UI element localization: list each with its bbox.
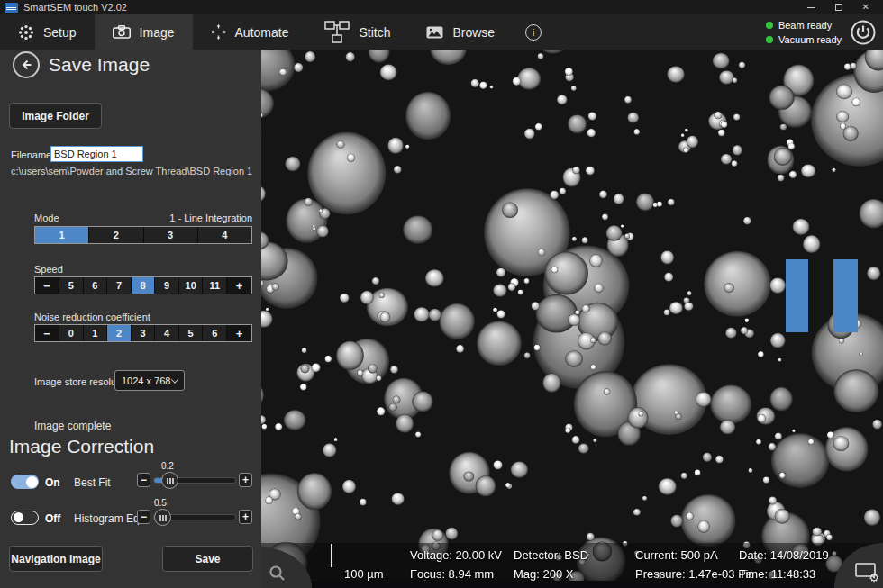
tab-image-label: Image bbox=[140, 25, 175, 40]
noise-increase-button[interactable]: + bbox=[227, 325, 251, 341]
histogram-eq-decrease-button[interactable]: − bbox=[137, 510, 150, 524]
best-fit-toggle[interactable] bbox=[11, 475, 39, 489]
power-button[interactable] bbox=[851, 20, 876, 45]
current-pressure-readout: Current: 500 pA Pressure: 1.47e-03 Pa bbox=[635, 546, 752, 583]
scale-bar-label: 100 µm bbox=[344, 567, 384, 581]
info-button[interactable]: i bbox=[513, 14, 554, 50]
camera-icon bbox=[113, 25, 131, 39]
main-navbar: Setup Image Automate bbox=[0, 14, 883, 50]
histogram-eq-toggle-state: Off bbox=[45, 512, 60, 525]
smartsem-window: SmartSEM touch V2.02 ✕ Setup bbox=[0, 0, 883, 588]
close-icon[interactable]: ✕ bbox=[862, 3, 869, 12]
zeiss-logo-icon bbox=[5, 3, 18, 13]
noise-option-6[interactable]: 6 bbox=[203, 325, 227, 341]
vacuum-ready-indicator bbox=[766, 36, 773, 43]
picture-icon bbox=[426, 26, 443, 39]
mode-option-3[interactable]: 3 bbox=[144, 227, 198, 243]
vacuum-ready-status: Vacuum ready bbox=[766, 34, 842, 45]
sem-image-viewport: 100 µm Voltage: 20.00 kV Focus: 8.94 mm … bbox=[261, 50, 883, 588]
selection-marker-1[interactable] bbox=[786, 259, 808, 332]
speed-label: Speed bbox=[34, 264, 63, 275]
info-icon: i bbox=[525, 24, 542, 41]
speed-option-10[interactable]: 10 bbox=[179, 277, 204, 294]
image-folder-button[interactable]: Image Folder bbox=[9, 103, 102, 129]
save-button[interactable]: Save bbox=[162, 546, 253, 572]
mode-selector: 1 2 3 4 bbox=[34, 226, 252, 244]
window-title: SmartSEM touch V2.02 bbox=[23, 2, 127, 13]
vacuum-ready-label: Vacuum ready bbox=[778, 34, 842, 45]
navigation-image-button[interactable]: Navigation image bbox=[9, 546, 103, 572]
histogram-eq-slider: 0.5 − + bbox=[137, 510, 252, 524]
noise-option-0[interactable]: 0 bbox=[59, 325, 84, 341]
resolution-value: 1024 x 768 bbox=[122, 375, 170, 386]
noise-option-2[interactable]: 2 bbox=[107, 325, 132, 341]
scale-bar-tick bbox=[331, 544, 332, 567]
chevron-down-icon bbox=[171, 375, 178, 383]
tab-stitch[interactable]: Stitch bbox=[306, 14, 408, 50]
mode-option-2[interactable]: 2 bbox=[89, 227, 143, 243]
histogram-eq-increase-button[interactable]: + bbox=[239, 510, 252, 524]
tab-automate[interactable]: Automate bbox=[193, 14, 307, 50]
gear-icon: ⚙ bbox=[869, 572, 879, 583]
back-arrow-icon bbox=[19, 58, 33, 72]
filename-input[interactable] bbox=[50, 146, 143, 162]
best-fit-slider-thumb[interactable] bbox=[161, 472, 178, 489]
histogram-eq-slider-track[interactable] bbox=[154, 515, 235, 520]
stitch-diagram-icon bbox=[324, 21, 350, 43]
speed-increase-button[interactable]: + bbox=[227, 277, 251, 294]
noise-decrease-button[interactable]: − bbox=[35, 325, 59, 341]
speed-option-9[interactable]: 9 bbox=[155, 277, 179, 294]
tab-browse[interactable]: Browse bbox=[408, 14, 513, 50]
tab-browse-label: Browse bbox=[452, 25, 495, 40]
mode-option-4[interactable]: 4 bbox=[198, 227, 251, 243]
save-image-panel: Save Image Image Folder Filename: c:\use… bbox=[0, 50, 261, 588]
tab-automate-label: Automate bbox=[235, 25, 289, 40]
maximize-icon[interactable] bbox=[835, 4, 842, 11]
beam-ready-status: Beam ready bbox=[766, 20, 842, 31]
magnifier-icon bbox=[269, 565, 287, 583]
noise-option-4[interactable]: 4 bbox=[155, 325, 179, 341]
gear-dots-icon bbox=[18, 24, 34, 41]
voltage-focus-readout: Voltage: 20.00 kV Focus: 8.94 mm bbox=[410, 546, 502, 583]
date-time-readout: Date: 14/08/2019 Time: 11:48:33 bbox=[739, 546, 829, 583]
best-fit-slider-track[interactable] bbox=[154, 478, 235, 483]
noise-option-3[interactable]: 3 bbox=[132, 325, 156, 341]
mode-option-1[interactable]: 1 bbox=[35, 227, 89, 243]
best-fit-increase-button[interactable]: + bbox=[239, 473, 252, 487]
mode-label: Mode bbox=[34, 213, 59, 223]
move-arrows-icon bbox=[211, 24, 226, 40]
tab-setup-label: Setup bbox=[43, 25, 77, 40]
tab-stitch-label: Stitch bbox=[359, 25, 390, 40]
tab-image[interactable]: Image bbox=[95, 14, 193, 50]
beam-ready-indicator bbox=[766, 22, 773, 29]
noise-reduction-label: Noise reduction coefficient bbox=[34, 312, 150, 322]
selection-marker-2[interactable] bbox=[833, 259, 858, 332]
speed-option-8[interactable]: 8 bbox=[132, 277, 156, 294]
page-title: Save Image bbox=[49, 54, 150, 76]
noise-reduction-selector: − 0 1 2 3 4 5 6 + bbox=[34, 324, 252, 342]
speed-option-11[interactable]: 11 bbox=[203, 277, 227, 294]
mode-description: 1 - Line Integration bbox=[169, 213, 252, 223]
resolution-dropdown[interactable]: 1024 x 768 bbox=[114, 370, 185, 391]
best-fit-slider: 0.2 − + bbox=[137, 473, 252, 487]
speed-selector: − 5 6 7 8 9 10 11 + bbox=[34, 276, 252, 294]
tab-setup[interactable]: Setup bbox=[0, 14, 95, 50]
back-button[interactable] bbox=[13, 51, 40, 78]
histogram-eq-slider-thumb[interactable] bbox=[154, 509, 171, 526]
best-fit-value: 0.2 bbox=[161, 461, 174, 471]
minimize-icon[interactable] bbox=[807, 7, 815, 8]
histogram-eq-value: 0.5 bbox=[154, 498, 167, 508]
noise-option-5[interactable]: 5 bbox=[179, 325, 204, 341]
best-fit-decrease-button[interactable]: − bbox=[137, 473, 150, 487]
speed-option-5[interactable]: 5 bbox=[59, 277, 84, 294]
image-correction-title: Image Correction bbox=[9, 436, 154, 457]
noise-option-1[interactable]: 1 bbox=[84, 325, 108, 341]
best-fit-label: Best Fit bbox=[74, 476, 111, 489]
image-status-text: Image complete bbox=[34, 420, 111, 432]
speed-decrease-button[interactable]: − bbox=[35, 277, 59, 294]
file-path: c:\users\sem\Powder and Screw Thread\BSD… bbox=[11, 166, 252, 176]
speed-option-7[interactable]: 7 bbox=[107, 277, 132, 294]
speed-option-6[interactable]: 6 bbox=[84, 277, 108, 294]
filename-label: Filename: bbox=[11, 149, 54, 160]
histogram-eq-toggle[interactable] bbox=[11, 511, 39, 525]
